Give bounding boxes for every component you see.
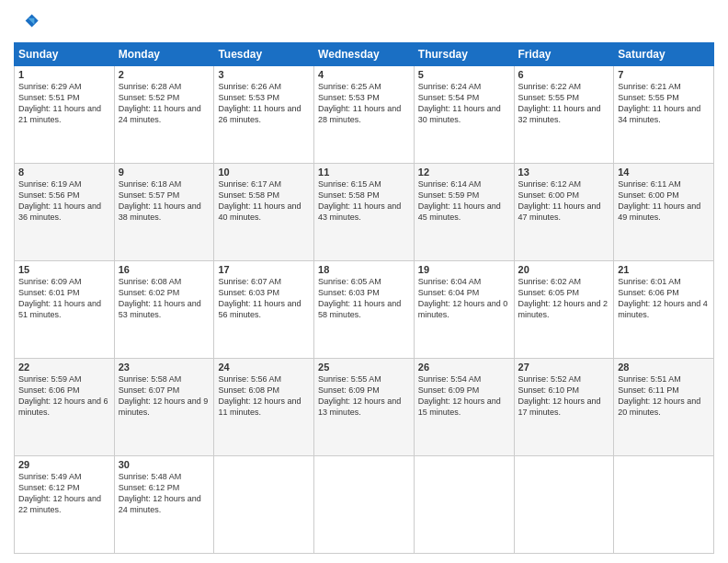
day-number: 29	[18, 459, 110, 470]
weekday-header: Wednesday	[314, 43, 415, 66]
calendar-cell: 15Sunrise: 6:09 AMSunset: 6:01 PMDayligh…	[15, 261, 115, 359]
day-info: Sunrise: 6:07 AMSunset: 6:03 PMDaylight:…	[218, 276, 310, 321]
calendar-cell: 9Sunrise: 6:18 AMSunset: 5:57 PMDaylight…	[114, 164, 214, 261]
calendar-cell: 20Sunrise: 6:02 AMSunset: 6:05 PMDayligh…	[514, 261, 614, 359]
day-number: 9	[119, 167, 210, 178]
calendar-cell: 1Sunrise: 6:29 AMSunset: 5:51 PMDaylight…	[15, 66, 115, 164]
logo	[14, 9, 43, 35]
day-info: Sunrise: 6:02 AMSunset: 6:05 PMDaylight:…	[518, 276, 610, 321]
calendar-cell: 25Sunrise: 5:55 AMSunset: 6:09 PMDayligh…	[314, 359, 415, 456]
calendar-cell: 5Sunrise: 6:24 AMSunset: 5:54 PMDaylight…	[414, 66, 514, 164]
day-number: 2	[119, 69, 210, 80]
day-info: Sunrise: 6:21 AMSunset: 5:55 PMDaylight:…	[618, 81, 710, 126]
weekday-header: Tuesday	[214, 43, 314, 66]
logo-icon	[14, 9, 40, 35]
day-info: Sunrise: 5:58 AMSunset: 6:07 PMDaylight:…	[119, 373, 210, 419]
day-number: 14	[618, 167, 710, 178]
day-info: Sunrise: 5:54 AMSunset: 6:09 PMDaylight:…	[418, 373, 510, 419]
calendar-cell	[514, 456, 614, 554]
day-info: Sunrise: 5:59 AMSunset: 6:06 PMDaylight:…	[18, 373, 110, 419]
calendar-cell: 16Sunrise: 6:08 AMSunset: 6:02 PMDayligh…	[114, 261, 214, 359]
day-number: 3	[218, 69, 310, 80]
calendar-week-row: 1Sunrise: 6:29 AMSunset: 5:51 PMDaylight…	[15, 66, 714, 164]
day-number: 23	[119, 362, 210, 373]
day-info: Sunrise: 6:19 AMSunset: 5:56 PMDaylight:…	[18, 178, 110, 224]
calendar-cell: 17Sunrise: 6:07 AMSunset: 6:03 PMDayligh…	[214, 261, 314, 359]
calendar-cell: 12Sunrise: 6:14 AMSunset: 5:59 PMDayligh…	[414, 164, 514, 261]
calendar-week-row: 15Sunrise: 6:09 AMSunset: 6:01 PMDayligh…	[15, 261, 714, 359]
calendar-cell	[214, 456, 314, 554]
day-number: 26	[418, 362, 510, 373]
calendar-table: SundayMondayTuesdayWednesdayThursdayFrid…	[14, 42, 714, 554]
day-number: 15	[18, 264, 110, 275]
day-info: Sunrise: 5:51 AMSunset: 6:11 PMDaylight:…	[618, 373, 710, 419]
calendar-cell: 28Sunrise: 5:51 AMSunset: 6:11 PMDayligh…	[614, 359, 714, 456]
calendar-cell: 19Sunrise: 6:04 AMSunset: 6:04 PMDayligh…	[414, 261, 514, 359]
day-info: Sunrise: 5:52 AMSunset: 6:10 PMDaylight:…	[518, 373, 610, 419]
day-info: Sunrise: 6:12 AMSunset: 6:00 PMDaylight:…	[518, 178, 610, 224]
calendar-cell: 22Sunrise: 5:59 AMSunset: 6:06 PMDayligh…	[15, 359, 115, 456]
day-number: 8	[18, 167, 110, 178]
calendar-cell: 30Sunrise: 5:48 AMSunset: 6:12 PMDayligh…	[114, 456, 214, 554]
weekday-header: Saturday	[614, 43, 714, 66]
day-number: 11	[318, 167, 410, 178]
day-info: Sunrise: 6:22 AMSunset: 5:55 PMDaylight:…	[518, 81, 610, 126]
calendar-cell: 18Sunrise: 6:05 AMSunset: 6:03 PMDayligh…	[314, 261, 415, 359]
day-info: Sunrise: 6:29 AMSunset: 5:51 PMDaylight:…	[18, 81, 110, 126]
day-number: 28	[618, 362, 710, 373]
weekday-header: Thursday	[414, 43, 514, 66]
day-info: Sunrise: 6:14 AMSunset: 5:59 PMDaylight:…	[418, 178, 510, 224]
calendar-cell	[614, 456, 714, 554]
day-info: Sunrise: 6:28 AMSunset: 5:52 PMDaylight:…	[119, 81, 210, 126]
calendar-header: SundayMondayTuesdayWednesdayThursdayFrid…	[15, 43, 714, 66]
day-info: Sunrise: 6:25 AMSunset: 5:53 PMDaylight:…	[318, 81, 410, 126]
day-info: Sunrise: 5:56 AMSunset: 6:08 PMDaylight:…	[218, 373, 310, 419]
weekday-row: SundayMondayTuesdayWednesdayThursdayFrid…	[15, 43, 714, 66]
calendar-cell: 6Sunrise: 6:22 AMSunset: 5:55 PMDaylight…	[514, 66, 614, 164]
day-number: 6	[518, 69, 610, 80]
calendar-cell: 8Sunrise: 6:19 AMSunset: 5:56 PMDaylight…	[15, 164, 115, 261]
day-number: 10	[218, 167, 310, 178]
day-number: 24	[218, 362, 310, 373]
day-number: 22	[18, 362, 110, 373]
day-info: Sunrise: 5:55 AMSunset: 6:09 PMDaylight:…	[318, 373, 410, 419]
day-number: 21	[618, 264, 710, 275]
day-number: 5	[418, 69, 510, 80]
calendar-cell	[414, 456, 514, 554]
day-info: Sunrise: 5:49 AMSunset: 6:12 PMDaylight:…	[18, 471, 110, 516]
calendar-cell: 11Sunrise: 6:15 AMSunset: 5:58 PMDayligh…	[314, 164, 415, 261]
day-number: 7	[618, 69, 710, 80]
header	[14, 9, 714, 35]
day-number: 27	[518, 362, 610, 373]
day-info: Sunrise: 6:18 AMSunset: 5:57 PMDaylight:…	[119, 178, 210, 224]
day-number: 4	[318, 69, 410, 80]
day-info: Sunrise: 6:01 AMSunset: 6:06 PMDaylight:…	[618, 276, 710, 321]
day-info: Sunrise: 6:24 AMSunset: 5:54 PMDaylight:…	[418, 81, 510, 126]
day-info: Sunrise: 6:05 AMSunset: 6:03 PMDaylight:…	[318, 276, 410, 321]
weekday-header: Sunday	[15, 43, 115, 66]
page: SundayMondayTuesdayWednesdayThursdayFrid…	[0, 0, 728, 563]
calendar-cell: 7Sunrise: 6:21 AMSunset: 5:55 PMDaylight…	[614, 66, 714, 164]
day-info: Sunrise: 5:48 AMSunset: 6:12 PMDaylight:…	[119, 471, 210, 516]
calendar-cell: 21Sunrise: 6:01 AMSunset: 6:06 PMDayligh…	[614, 261, 714, 359]
day-number: 20	[518, 264, 610, 275]
calendar-week-row: 8Sunrise: 6:19 AMSunset: 5:56 PMDaylight…	[15, 164, 714, 261]
calendar-week-row: 22Sunrise: 5:59 AMSunset: 6:06 PMDayligh…	[15, 359, 714, 456]
day-number: 17	[218, 264, 310, 275]
day-info: Sunrise: 6:15 AMSunset: 5:58 PMDaylight:…	[318, 178, 410, 224]
day-number: 16	[119, 264, 210, 275]
calendar-body: 1Sunrise: 6:29 AMSunset: 5:51 PMDaylight…	[15, 66, 714, 554]
calendar-cell: 24Sunrise: 5:56 AMSunset: 6:08 PMDayligh…	[214, 359, 314, 456]
day-number: 18	[318, 264, 410, 275]
day-info: Sunrise: 6:04 AMSunset: 6:04 PMDaylight:…	[418, 276, 510, 321]
calendar-cell: 4Sunrise: 6:25 AMSunset: 5:53 PMDaylight…	[314, 66, 415, 164]
calendar-cell: 26Sunrise: 5:54 AMSunset: 6:09 PMDayligh…	[414, 359, 514, 456]
calendar-cell: 14Sunrise: 6:11 AMSunset: 6:00 PMDayligh…	[614, 164, 714, 261]
day-info: Sunrise: 6:11 AMSunset: 6:00 PMDaylight:…	[618, 178, 710, 224]
calendar-cell	[314, 456, 415, 554]
weekday-header: Friday	[514, 43, 614, 66]
calendar-cell: 23Sunrise: 5:58 AMSunset: 6:07 PMDayligh…	[114, 359, 214, 456]
weekday-header: Monday	[114, 43, 214, 66]
calendar-week-row: 29Sunrise: 5:49 AMSunset: 6:12 PMDayligh…	[15, 456, 714, 554]
calendar-cell: 3Sunrise: 6:26 AMSunset: 5:53 PMDaylight…	[214, 66, 314, 164]
